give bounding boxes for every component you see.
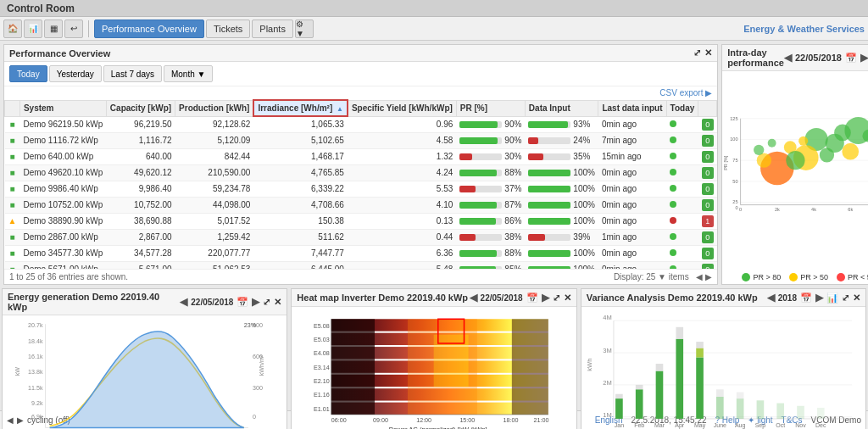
svg-text:Oct: Oct <box>776 422 785 428</box>
last7days-button[interactable]: Last 7 days <box>103 65 162 82</box>
col-status[interactable] <box>5 100 20 116</box>
page-next[interactable]: ▶ <box>705 272 712 281</box>
calendar-icon[interactable]: 📅 <box>845 53 857 64</box>
heatmap-calendar[interactable]: 📅 <box>526 292 538 304</box>
table-row[interactable]: ■ Demo 640.00 kWp 640.00 842.44 1,468.17… <box>5 148 717 164</box>
close-icon[interactable]: ✕ <box>704 47 712 58</box>
svg-text:16.1k: 16.1k <box>28 354 43 360</box>
home-button[interactable]: 🏠 <box>3 20 22 38</box>
data-input: 39% <box>525 229 598 245</box>
table-row[interactable]: ■ Demo 34577.30 kWp 34,577.28 220,077.77… <box>5 245 717 261</box>
specific-yield: 4.58 <box>348 132 456 148</box>
col-capacity[interactable]: Capacity [kWp] <box>106 100 175 116</box>
nav-performance[interactable]: Performance Overview <box>94 20 204 38</box>
heatmap-nav-right[interactable]: ▶ <box>542 292 549 304</box>
col-today[interactable]: Today <box>666 100 698 116</box>
col-system[interactable]: System <box>19 100 106 116</box>
energy-nav-right[interactable]: ▶ <box>252 296 259 308</box>
irradiance: 6,445.00 <box>253 261 348 269</box>
energy-close[interactable]: ✕ <box>274 297 281 308</box>
data-input: 100% <box>525 261 598 269</box>
yesterday-button[interactable]: Yesterday <box>49 65 102 82</box>
col-production[interactable]: Production [kWh] <box>175 100 254 116</box>
variance-calendar[interactable]: 📅 <box>800 292 812 304</box>
variance-nav-right[interactable]: ▶ <box>815 292 823 304</box>
heatmap-panel: Heat map Inverter Demo 22019.40 kWp ◀ 22… <box>291 288 576 429</box>
month-button[interactable]: Month ▼ <box>164 65 213 82</box>
nav-tickets[interactable]: Tickets <box>206 20 250 38</box>
variance-close[interactable]: ✕ <box>853 292 860 304</box>
pr: 88% <box>456 245 525 261</box>
expand-icon[interactable]: ⤢ <box>693 47 701 58</box>
irradiance: 150.38 <box>253 213 348 229</box>
legend-label-pr50: PR > 50 <box>800 273 828 281</box>
specific-yield: 5.53 <box>348 181 456 197</box>
energy-expand[interactable]: ⤢ <box>263 297 270 308</box>
variance-nav-left[interactable]: ◀ <box>767 292 775 304</box>
svg-text:0: 0 <box>739 207 742 212</box>
table-row[interactable]: ■ Demo 9986.40 kWp 9,986.40 59,234.78 6,… <box>5 181 717 197</box>
intraday-date: 22/05/2018 <box>795 53 842 63</box>
system-name: Demo 9986.40 kWp <box>19 181 106 197</box>
svg-text:Aug: Aug <box>735 422 746 429</box>
today-status <box>666 164 698 181</box>
table-row[interactable]: ■ Demo 49620.10 kWp 49,620.12 210,590.00… <box>5 164 717 181</box>
panel-header-right: ⤢ ✕ <box>693 47 712 58</box>
col-data-input[interactable]: Data Input <box>525 100 598 116</box>
svg-text:300: 300 <box>253 385 263 392</box>
page-prev[interactable]: ◀ <box>696 272 703 281</box>
today-button[interactable]: Today <box>9 65 47 82</box>
display-control[interactable]: Display: 25 ▼ items ◀ ▶ <box>614 272 712 281</box>
table-row[interactable]: ■ Demo 2867.00 kWp 2,867.00 1,259.42 511… <box>5 229 717 245</box>
badge: 0 <box>698 197 717 213</box>
table-row[interactable]: ■ Demo 1116.72 kWp 1,116.72 5,120.09 5,1… <box>5 132 717 148</box>
production: 59,234.78 <box>175 181 254 197</box>
table-button[interactable]: ▦ <box>44 20 63 38</box>
svg-text:May: May <box>694 422 706 429</box>
status-icon: ▲ <box>5 213 20 229</box>
svg-text:25: 25 <box>733 199 738 204</box>
pr: 30% <box>456 148 525 164</box>
nav-plants[interactable]: Plants <box>252 20 293 38</box>
table-header: System Capacity [kWp] Production [kWh] I… <box>5 100 717 116</box>
nav-left-icon[interactable]: ◀ <box>784 52 792 64</box>
heatmap-close[interactable]: ✕ <box>564 292 571 304</box>
entry-count: 1 to 25 of 36 entries are shown. <box>9 272 128 281</box>
variance-expand[interactable]: ⤢ <box>842 292 849 304</box>
chart-button[interactable]: 📊 <box>24 20 42 38</box>
nav-right-icon[interactable]: ▶ <box>860 52 868 64</box>
settings-button[interactable]: ⚙ ▼ <box>295 20 314 38</box>
energy-nav-left[interactable]: ◀ <box>180 296 187 308</box>
svg-text:PR [%]: PR [%] <box>723 155 728 170</box>
table-row[interactable]: ■ Demo 5671.00 kWp 5,671.00 51,062.53 6,… <box>5 261 717 269</box>
heatmap-expand[interactable]: ⤢ <box>553 292 560 304</box>
irradiance: 5,102.65 <box>253 132 348 148</box>
table-scroll[interactable]: System Capacity [kWp] Production [kWh] I… <box>4 99 717 269</box>
heatmap-nav-left[interactable]: ◀ <box>470 292 477 304</box>
table-row[interactable]: ■ Demo 10752.00 kWp 10,752.00 44,098.00 … <box>5 197 717 213</box>
heatmap-date: 22/05/2018 <box>481 293 523 303</box>
status-icon: ■ <box>5 116 20 132</box>
today-status <box>666 132 698 148</box>
svg-text:E3.14: E3.14 <box>314 365 330 371</box>
specific-yield: 4.10 <box>348 197 456 213</box>
svg-rect-124 <box>817 408 825 419</box>
col-specific-yield[interactable]: Specific Yield [kWh/kWp] <box>348 100 456 116</box>
titlebar: Control Room <box>0 0 868 17</box>
table-row[interactable]: ■ Demo 96219.50 kWp 96,219.50 92,128.62 … <box>5 116 717 132</box>
svg-rect-114 <box>696 357 704 418</box>
performance-panel-header: Performance Overview ⤢ ✕ <box>4 45 717 62</box>
col-irradiance[interactable]: Irradiance [Wh/m²] ▲ <box>253 100 348 116</box>
col-last-data[interactable]: Last data input <box>598 100 666 116</box>
variance-chart-icon[interactable]: 📊 <box>826 292 838 304</box>
col-pr[interactable]: PR [%] <box>456 100 525 116</box>
svg-rect-106 <box>615 398 623 419</box>
production: 51,062.53 <box>175 261 254 269</box>
svg-text:Apr: Apr <box>675 422 685 429</box>
table-row[interactable]: ▲ Demo 38890.90 kWp 38,690.88 5,017.52 1… <box>5 213 717 229</box>
back-button[interactable]: ↩ <box>64 20 83 38</box>
heatmap-title: Heat map Inverter Demo 22019.40 kWp <box>297 292 468 303</box>
csv-export[interactable]: CSV export ▶ <box>4 86 717 99</box>
svg-text:Sep: Sep <box>754 422 765 429</box>
energy-calendar[interactable]: 📅 <box>236 297 248 308</box>
